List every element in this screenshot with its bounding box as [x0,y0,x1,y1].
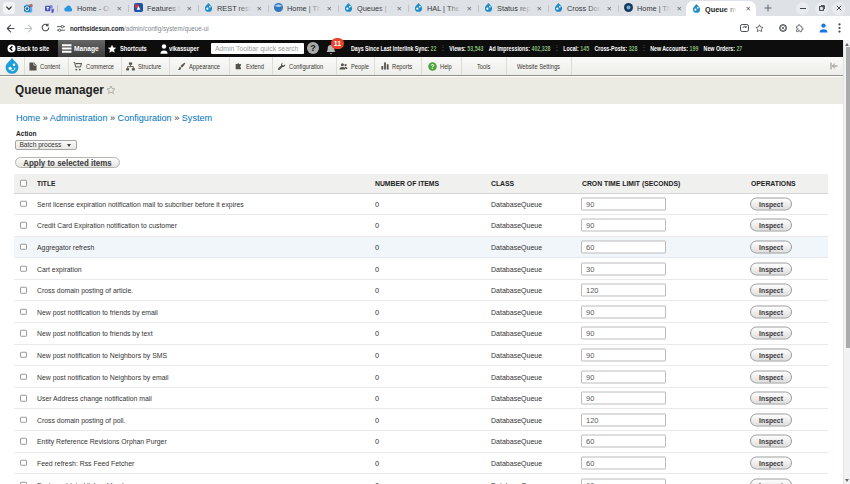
svg-text:?: ? [431,62,435,69]
svg-text:?: ? [310,43,316,53]
